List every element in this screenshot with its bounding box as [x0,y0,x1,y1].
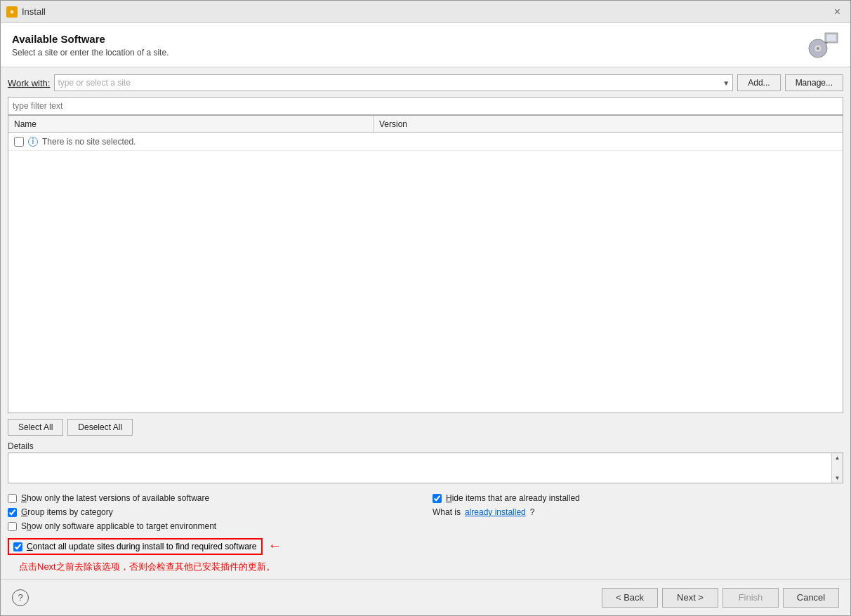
header-title: Available Software [12,33,169,45]
main-content: Work with: type or select a site ▼ Add..… [1,67,850,579]
col-name-header: Name [8,116,374,132]
selection-buttons: Select All Deselect All [8,413,843,441]
scroll-down-icon[interactable]: ▼ [835,475,840,481]
work-with-row: Work with: type or select a site ▼ Add..… [8,74,843,91]
back-button[interactable]: < Back [602,588,658,608]
table-body: i There is no site selected. [8,133,843,413]
option-show-latest: Show only the latest versions of availab… [8,493,418,503]
svg-point-5 [817,47,819,50]
install-dialog: Install × Available Software Select a si… [0,0,851,616]
details-scrollbar[interactable]: ▲ ▼ [831,453,843,483]
help-button[interactable]: ? [12,589,29,606]
info-icon: i [28,137,38,147]
software-table: Name Version i There is no site selected… [8,115,843,413]
what-is-suffix: ? [530,507,535,517]
already-installed-link[interactable]: already installed [465,507,526,517]
show-latest-checkbox[interactable] [8,494,17,503]
cancel-button[interactable]: Cancel [783,588,839,608]
footer: ? < Back Next > Finish Cancel [1,579,850,615]
title-bar: Install × [1,1,850,23]
contact-sites-label: Contact all update sites during install … [27,542,257,551]
show-applicable-checkbox[interactable] [8,522,17,531]
col-version-header: Version [374,119,843,129]
filter-input[interactable] [8,97,843,115]
combo-arrow-icon: ▼ [723,79,730,87]
work-with-label-text: Work with: [8,78,50,88]
scroll-up-icon[interactable]: ▲ [835,455,840,461]
combo-placeholder: type or select a site [58,78,130,88]
options-section: Show only the latest versions of availab… [8,488,843,579]
svg-point-6 [825,42,828,43]
header-subtitle: Select a site or enter the location of a… [12,48,169,58]
next-button[interactable]: Next > [662,588,718,608]
cd-install-icon [805,32,839,58]
deselect-all-button[interactable]: Deselect All [67,419,133,436]
close-button[interactable]: × [830,4,845,20]
details-section: Details ▲ ▼ [8,441,843,483]
row-checkbox[interactable] [14,137,24,147]
help-icon: ? [18,592,22,603]
footer-buttons: < Back Next > Finish Cancel [602,588,839,608]
select-all-button[interactable]: Select All [8,419,63,436]
header-text: Available Software Select a site or ente… [12,33,169,58]
annotation-arrow-icon: ← [268,537,282,554]
table-row[interactable]: i There is no site selected. [8,133,843,151]
contact-sites-checkbox[interactable] [13,542,22,551]
manage-button[interactable]: Manage... [785,74,843,91]
hide-installed-checkbox[interactable] [433,494,442,503]
header-section: Available Software Select a site or ente… [1,23,850,67]
finish-button[interactable]: Finish [723,588,779,608]
work-with-label: Work with: [8,78,50,88]
window-icon [6,6,18,18]
row-label: There is no site selected. [42,137,136,147]
what-is-text: What is [433,507,461,517]
group-category-checkbox[interactable] [8,508,17,517]
site-combo[interactable]: type or select a site ▼ [54,74,733,91]
annotation-text: 点击Next之前去除该选项，否则会检查其他已安装插件的更新。 [19,561,843,573]
table-header: Name Version [8,116,843,133]
window-title: Install [22,6,830,17]
show-applicable-label: Show only software applicable to target … [21,521,216,531]
header-icon [805,32,839,58]
contact-option-container: Contact all update sites during install … [8,538,263,555]
show-latest-label: Show only the latest versions of availab… [21,493,209,503]
what-is-installed-row: What is already installed ? [433,507,843,517]
hide-installed-label: Hide items that are already installed [446,493,580,503]
details-label: Details [8,441,843,451]
options-grid: Show only the latest versions of availab… [8,493,843,531]
contact-option-row: Contact all update sites during install … [8,535,843,555]
option-show-applicable: Show only software applicable to target … [8,521,418,531]
group-category-label: Group items by category [21,507,113,517]
option-group-category: Group items by category [8,507,418,517]
details-box: ▲ ▼ [8,453,843,483]
add-button[interactable]: Add... [737,74,780,91]
option-hide-installed: Hide items that are already installed [433,493,843,503]
svg-rect-2 [826,34,836,41]
